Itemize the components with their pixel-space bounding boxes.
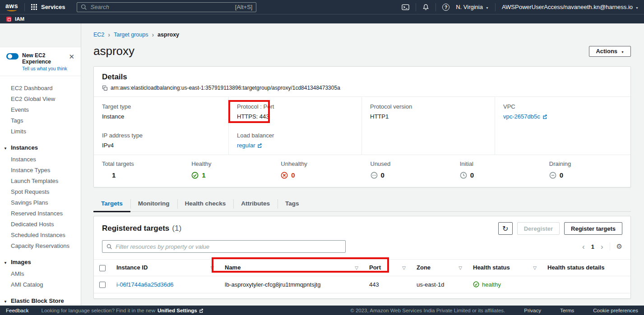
breadcrumb-ec2[interactable]: EC2 — [93, 32, 104, 38]
deregister-button[interactable]: Deregister — [517, 222, 560, 235]
pagination-prev-icon[interactable] — [582, 243, 585, 251]
draining-minus-circle-icon — [549, 172, 556, 179]
breadcrumb-separator-icon — [152, 31, 154, 38]
filter-sort-icon[interactable] — [210, 264, 214, 271]
field-empty — [495, 126, 630, 155]
services-grid-icon — [31, 4, 37, 10]
filter-sort-icon[interactable] — [402, 264, 406, 271]
target-name: lb-asproxytyler-cfcg8jru1tmmqpntsjtg — [225, 281, 320, 288]
details-heading: Details — [102, 73, 622, 82]
initial-clock-circle-icon — [460, 172, 467, 179]
filter-sort-icon[interactable] — [533, 264, 537, 271]
topnav-divider — [495, 3, 496, 11]
help-icon[interactable] — [442, 4, 449, 11]
account-menu[interactable]: AWSPowerUserAccess/navaneeth.kn@harness.… — [502, 4, 639, 10]
favorite-iam-link[interactable]: IAM — [15, 16, 24, 22]
sidebar-item-dedicated-hosts[interactable]: Dedicated Hosts — [0, 219, 81, 229]
column-instance-id: Instance ID — [116, 264, 148, 271]
stat-total-targets: Total targets 1 — [94, 155, 183, 187]
region-selector[interactable]: N. Virginia — [456, 4, 489, 10]
aws-logo[interactable]: aws — [5, 3, 18, 11]
sidebar-item-savings-plans[interactable]: Savings Plans — [0, 197, 81, 208]
sidebar-group-ebs: Elastic Block Store Volumes Snapshots — [0, 296, 81, 306]
sidebar-item-instances[interactable]: Instances — [0, 154, 81, 164]
sidebar-item-capacity-reservations[interactable]: Capacity Reservations — [0, 240, 81, 251]
chevron-down-icon — [635, 4, 639, 10]
sidebar-item-spot-requests[interactable]: Spot Requests — [0, 186, 81, 197]
tab-targets[interactable]: Targets — [93, 195, 130, 212]
registered-targets-card: Registered targets (1) Deregister Regist… — [93, 216, 631, 299]
sidebar-section-images[interactable]: Images — [0, 257, 81, 267]
registered-targets-count: (1) — [172, 224, 181, 233]
sidebar-item-ami-catalog[interactable]: AMI Catalog — [0, 279, 81, 290]
actions-button[interactable]: Actions — [589, 46, 631, 57]
tell-us-link[interactable]: Tell us what you think — [22, 66, 68, 71]
sidebar-top-strip — [0, 23, 81, 47]
field-ip-address-type: IP address type IPv4 — [94, 126, 228, 155]
iam-service-icon — [6, 17, 11, 22]
row-checkbox[interactable] — [99, 282, 106, 288]
breadcrumb: EC2 Target groups asproxy — [93, 31, 631, 38]
tab-health-checks[interactable]: Health checks — [177, 195, 234, 212]
select-all-checkbox[interactable] — [99, 265, 106, 271]
field-empty — [361, 126, 495, 155]
sidebar-item-tags[interactable]: Tags — [0, 115, 81, 126]
chevron-down-icon — [486, 4, 489, 10]
healthy-check-circle-icon — [473, 281, 479, 288]
search-input[interactable] — [90, 4, 232, 10]
filter-box[interactable] — [102, 240, 346, 253]
sidebar-item-launch-templates[interactable]: Launch Templates — [0, 175, 81, 186]
sidebar-item-instance-types[interactable]: Instance Types — [0, 164, 81, 175]
services-menu-button[interactable]: Services — [25, 0, 72, 14]
table-settings-gear-icon[interactable] — [616, 242, 622, 251]
sidebar-item-limits[interactable]: Limits — [0, 126, 81, 137]
sidebar-section-instances[interactable]: Instances — [0, 142, 81, 153]
filter-sort-icon[interactable] — [459, 264, 462, 271]
pagination-divider — [610, 242, 610, 251]
sidebar-item-scheduled-instances[interactable]: Scheduled Instances — [0, 229, 81, 240]
sidebar-item-ec2-global-view[interactable]: EC2 Global View — [0, 93, 81, 104]
detail-tabs: Targets Monitoring Health checks Attribu… — [93, 195, 631, 212]
sidebar-item-events[interactable]: Events — [0, 104, 81, 115]
tab-monitoring[interactable]: Monitoring — [130, 195, 177, 212]
target-zone: us-east-1d — [417, 281, 444, 288]
vpc-link[interactable]: vpc-2657db5c — [503, 113, 547, 120]
topnav-divider — [436, 3, 436, 11]
unified-settings-link[interactable]: Unified Settings — [158, 308, 204, 313]
sidebar-section-elastic-block-store[interactable]: Elastic Block Store — [0, 296, 81, 306]
language-prompt: Looking for language selection? Find it … — [42, 308, 156, 313]
notifications-bell-icon[interactable] — [422, 4, 429, 11]
stat-draining: Draining 0 — [541, 155, 630, 187]
cloudshell-icon[interactable] — [402, 4, 409, 10]
search-shortcut-hint: [Alt+S] — [235, 4, 253, 10]
new-experience-toggle[interactable] — [6, 53, 19, 59]
terms-link[interactable]: Terms — [560, 308, 574, 313]
stat-unused: Unused 0 — [362, 155, 452, 187]
copy-arn-button[interactable] — [102, 85, 108, 91]
filter-input[interactable] — [116, 243, 341, 250]
close-icon[interactable] — [68, 52, 75, 61]
sidebar-item-ec2-dashboard[interactable]: EC2 Dashboard — [0, 82, 81, 93]
register-targets-button[interactable]: Register targets — [564, 222, 622, 235]
load-balancer-link[interactable]: regular — [237, 142, 262, 149]
sidebar-item-amis[interactable]: AMIs — [0, 268, 81, 279]
target-port: 443 — [369, 281, 379, 288]
sidebar-item-reserved-instances[interactable]: Reserved Instances — [0, 208, 81, 219]
registered-targets-table: Instance ID Name Port Zone Healt — [94, 259, 630, 293]
instance-id-link[interactable]: i-06f1744a6a25d36d6 — [116, 281, 174, 288]
tab-attributes[interactable]: Attributes — [233, 195, 278, 212]
page-title: asproxy — [93, 44, 134, 58]
filter-sort-icon[interactable] — [355, 264, 358, 271]
account-label: AWSPowerUserAccess/navaneeth.kn@harness.… — [502, 4, 633, 10]
tab-tags[interactable]: Tags — [278, 195, 307, 212]
pagination-page-1[interactable]: 1 — [591, 243, 594, 250]
pagination-next-icon[interactable] — [601, 243, 603, 251]
global-search[interactable]: [Alt+S] — [77, 2, 256, 12]
breadcrumb-target-groups[interactable]: Target groups — [114, 32, 148, 38]
feedback-button[interactable]: Feedback — [6, 308, 29, 313]
refresh-button[interactable] — [498, 222, 513, 235]
cookie-preferences-link[interactable]: Cookie preferences — [593, 308, 638, 313]
column-health-status: Health status — [473, 264, 510, 271]
section-caret-icon — [4, 297, 7, 304]
privacy-link[interactable]: Privacy — [524, 308, 541, 313]
